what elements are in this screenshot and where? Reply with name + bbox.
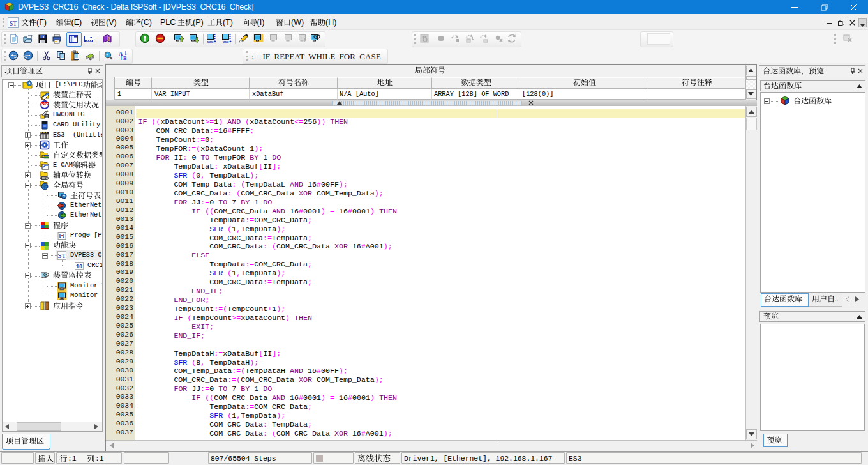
svg-text:ST: ST — [10, 20, 17, 27]
svg-text:?: ? — [108, 36, 110, 42]
svg-text:A: A — [119, 50, 123, 57]
svg-text:10101: 10101 — [222, 41, 229, 44]
svg-text:10: 10 — [76, 264, 82, 270]
svg-text:B: B — [123, 55, 127, 61]
svg-text:ST: ST — [58, 252, 66, 259]
svg-text:10101: 10101 — [207, 41, 214, 44]
